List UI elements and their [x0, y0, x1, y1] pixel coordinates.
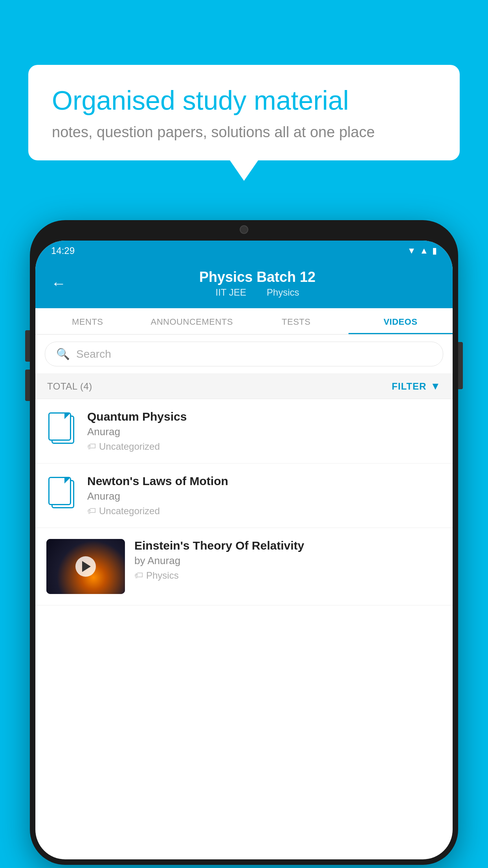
doc-front — [48, 412, 71, 441]
subtitle-physics: Physics — [267, 287, 299, 298]
document-icon — [48, 412, 76, 445]
video-title: Quantum Physics — [87, 410, 442, 423]
video-thumbnail — [46, 539, 125, 594]
tab-videos[interactable]: VIDEOS — [349, 308, 453, 334]
app-header: ← Physics Batch 12 IIT JEE Physics — [35, 261, 453, 308]
battery-icon: ▮ — [432, 246, 437, 256]
videos-list: Quantum Physics Anurag 🏷 Uncategorized — [35, 399, 453, 605]
filter-label: FILTER — [392, 381, 426, 392]
item-content: Einstein's Theory Of Relativity by Anura… — [134, 539, 442, 581]
thumbnail-bg — [46, 539, 125, 594]
doc-front — [48, 477, 71, 505]
search-bar[interactable]: 🔍 Search — [45, 342, 443, 366]
front-camera — [240, 225, 248, 234]
signal-icon: ▲ — [420, 246, 428, 256]
status-time: 14:29 — [51, 245, 75, 256]
tab-bar: MENTS ANNOUNCEMENTS TESTS VIDEOS — [35, 308, 453, 335]
item-tag: 🏷 Uncategorized — [87, 441, 442, 452]
total-count-label: TOTAL (4) — [47, 381, 92, 392]
batch-title: Physics Batch 12 — [78, 269, 437, 285]
play-button[interactable] — [75, 556, 96, 577]
tag-icon: 🏷 — [87, 441, 96, 452]
item-icon-block — [46, 412, 78, 446]
video-author: Anurag — [87, 426, 442, 438]
video-author: by Anurag — [134, 555, 442, 567]
item-icon-block — [46, 476, 78, 511]
power-button[interactable] — [458, 342, 463, 389]
doc-fold — [64, 414, 70, 419]
list-item[interactable]: Newton's Laws of Motion Anurag 🏷 Uncateg… — [35, 463, 453, 528]
search-container: 🔍 Search — [35, 335, 453, 374]
volume-up-button[interactable] — [25, 330, 30, 362]
header-title-block: Physics Batch 12 IIT JEE Physics — [78, 269, 437, 298]
phone-screen: 14:29 ▼ ▲ ▮ ← Physics Batch 12 IIT JEE P… — [35, 241, 453, 859]
back-button[interactable]: ← — [51, 276, 66, 291]
tab-tests[interactable]: TESTS — [244, 308, 349, 334]
filter-bar: TOTAL (4) FILTER ▼ — [35, 374, 453, 399]
tag-icon: 🏷 — [134, 570, 143, 581]
item-tag: 🏷 Physics — [134, 570, 442, 581]
video-title: Einstein's Theory Of Relativity — [134, 539, 442, 552]
item-content: Quantum Physics Anurag 🏷 Uncategorized — [87, 410, 442, 452]
subtitle-iit: IIT JEE — [216, 287, 246, 298]
status-bar: 14:29 ▼ ▲ ▮ — [35, 241, 453, 261]
wifi-icon: ▼ — [407, 246, 416, 256]
batch-subtitle: IIT JEE Physics — [78, 287, 437, 298]
video-title: Newton's Laws of Motion — [87, 474, 442, 488]
tag-label: Uncategorized — [99, 506, 160, 517]
search-placeholder: Search — [76, 348, 111, 360]
phone-notch — [205, 220, 283, 239]
play-triangle-icon — [82, 561, 91, 572]
tag-label: Physics — [146, 570, 179, 581]
filter-button[interactable]: FILTER ▼ — [392, 380, 441, 392]
list-item[interactable]: Einstein's Theory Of Relativity by Anura… — [35, 528, 453, 605]
search-icon: 🔍 — [56, 348, 70, 360]
filter-funnel-icon: ▼ — [430, 380, 441, 392]
speech-bubble-subtitle: notes, question papers, solutions all at… — [52, 124, 436, 141]
item-content: Newton's Laws of Motion Anurag 🏷 Uncateg… — [87, 474, 442, 517]
subtitle-separator — [255, 287, 260, 298]
speech-bubble: Organised study material notes, question… — [28, 65, 460, 160]
tag-label: Uncategorized — [99, 441, 160, 452]
doc-fold — [64, 478, 70, 484]
list-item[interactable]: Quantum Physics Anurag 🏷 Uncategorized — [35, 399, 453, 463]
tab-ments[interactable]: MENTS — [35, 308, 140, 334]
tag-icon: 🏷 — [87, 506, 96, 516]
item-tag: 🏷 Uncategorized — [87, 506, 442, 517]
speech-bubble-title: Organised study material — [52, 85, 436, 117]
status-icons: ▼ ▲ ▮ — [407, 246, 437, 256]
phone-device: 14:29 ▼ ▲ ▮ ← Physics Batch 12 IIT JEE P… — [30, 220, 458, 865]
document-icon — [48, 477, 76, 510]
video-author: Anurag — [87, 490, 442, 502]
volume-down-button[interactable] — [25, 370, 30, 401]
tab-announcements[interactable]: ANNOUNCEMENTS — [140, 308, 244, 334]
